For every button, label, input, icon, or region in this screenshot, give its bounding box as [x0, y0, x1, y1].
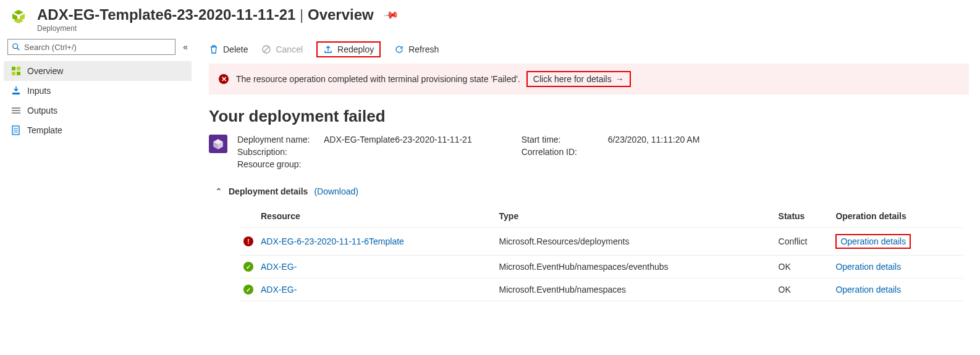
deployment-details-table: Resource Type Status Operation details !…	[240, 206, 963, 301]
delete-button[interactable]: Delete	[209, 44, 248, 54]
operation-details-link[interactable]: Operation details	[835, 234, 911, 249]
main-content: Delete Cancel Redeploy Refresh ✕ The res…	[195, 38, 980, 301]
resource-link[interactable]: ADX-EG-	[261, 262, 297, 272]
nav-label: Inputs	[27, 86, 51, 96]
svg-line-5	[17, 48, 20, 51]
sidebar: « Overview Inputs Outputs Template	[0, 38, 195, 301]
resource-group-label: Resource group:	[237, 159, 318, 169]
nav-template[interactable]: Template	[4, 120, 192, 140]
resource-link[interactable]: ADX-EG-	[261, 285, 297, 294]
status-ok-icon: ✓	[243, 285, 253, 294]
status-ok-icon: ✓	[243, 262, 253, 272]
operation-details-link[interactable]: Operation details	[835, 285, 901, 294]
toolbar: Delete Cancel Redeploy Refresh	[209, 38, 969, 64]
download-link[interactable]: (Download)	[314, 186, 358, 196]
deployment-resource-icon	[9, 9, 28, 28]
chevron-up-icon: ⌃	[215, 186, 222, 196]
trash-icon	[209, 44, 219, 54]
svg-marker-0	[14, 10, 23, 15]
template-icon	[11, 125, 21, 135]
page-title: ADX-EG-Template6-23-2020-11-11-21 | Over…	[37, 6, 374, 23]
status-error-icon: !	[243, 236, 253, 246]
page-header: ADX-EG-Template6-23-2020-11-11-21 | Over…	[0, 0, 980, 38]
svg-rect-9	[17, 72, 20, 75]
resource-type: Microsoft.Resources/deployments	[499, 236, 630, 246]
table-header-row: Resource Type Status Operation details	[240, 206, 963, 228]
correlation-id-label: Correlation ID:	[522, 147, 602, 157]
alert-message: The resource operation completed with te…	[236, 74, 520, 84]
resource-type: Microsoft.EventHub/namespaces	[499, 285, 626, 294]
outputs-icon	[11, 106, 21, 115]
table-row: ✓ ADX-EG- Microsoft.EventHub/namespaces/…	[240, 256, 963, 278]
refresh-icon	[394, 44, 404, 54]
svg-rect-7	[17, 67, 20, 70]
nav-label: Template	[27, 125, 62, 135]
overview-icon	[11, 66, 21, 76]
status-text: OK	[779, 262, 791, 272]
collapse-sidebar-icon[interactable]: «	[183, 42, 188, 52]
resource-type: Microsoft.EventHub/namespaces/eventhubs	[499, 262, 669, 272]
svg-point-4	[13, 44, 18, 49]
table-row: ! ADX-EG-6-23-2020-11-11-6Template Micro…	[240, 228, 963, 256]
col-status: Status	[775, 206, 832, 228]
search-input[interactable]	[24, 43, 171, 52]
refresh-button[interactable]: Refresh	[394, 44, 439, 54]
nav-overview[interactable]: Overview	[4, 61, 192, 81]
status-text: Conflict	[779, 236, 808, 246]
deployment-failed-heading: Your deployment failed	[209, 94, 969, 135]
error-icon: ✕	[219, 74, 229, 84]
redeploy-button[interactable]: Redeploy	[316, 41, 381, 57]
nav-outputs[interactable]: Outputs	[4, 101, 192, 120]
arrow-right-icon: →	[615, 74, 624, 84]
deployment-summary: Deployment name: ADX-EG-Template6-23-202…	[209, 135, 969, 169]
nav-label: Overview	[27, 66, 63, 76]
subscription-label: Subscription:	[237, 147, 318, 157]
nav-label: Outputs	[27, 106, 57, 115]
deployment-details-toggle[interactable]: ⌃ Deployment details (Download)	[209, 169, 969, 206]
pin-icon[interactable]: 📌	[382, 6, 400, 23]
col-type: Type	[496, 206, 775, 228]
svg-rect-10	[12, 93, 20, 94]
search-box[interactable]	[7, 39, 175, 55]
col-operation-details: Operation details	[832, 206, 963, 228]
upload-icon	[323, 44, 333, 54]
page-subtitle: Deployment	[37, 24, 971, 33]
start-time-value: 6/23/2020, 11:11:20 AM	[608, 135, 700, 144]
search-icon	[12, 43, 20, 51]
deployment-name-value: ADX-EG-Template6-23-2020-11-11-21	[324, 135, 472, 144]
inputs-icon	[11, 86, 21, 96]
svg-line-19	[264, 47, 269, 52]
table-row: ✓ ADX-EG- Microsoft.EventHub/namespaces …	[240, 278, 963, 301]
deployment-name-label: Deployment name:	[237, 135, 318, 144]
svg-rect-8	[12, 72, 15, 75]
error-alert: ✕ The resource operation completed with …	[209, 64, 969, 94]
resource-link[interactable]: ADX-EG-6-23-2020-11-11-6Template	[261, 236, 404, 246]
cancel-icon	[261, 44, 271, 54]
status-text: OK	[779, 285, 791, 294]
alert-details-link[interactable]: Click here for details →	[526, 71, 631, 87]
svg-rect-6	[12, 67, 15, 70]
package-icon	[209, 135, 227, 153]
col-resource: Resource	[257, 206, 496, 228]
operation-details-link[interactable]: Operation details	[835, 262, 901, 272]
cancel-button: Cancel	[261, 44, 303, 54]
nav-inputs[interactable]: Inputs	[4, 81, 192, 101]
start-time-label: Start time:	[522, 135, 602, 144]
